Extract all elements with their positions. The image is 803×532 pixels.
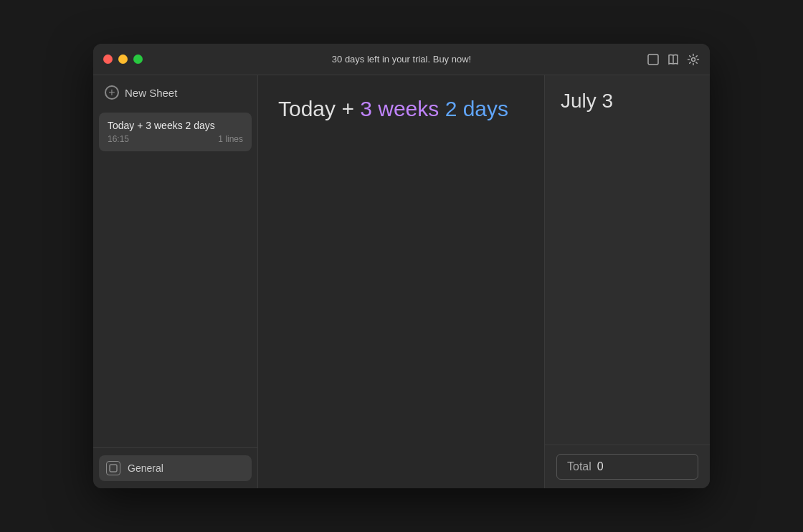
total-label: Total bbox=[567, 460, 591, 473]
expression-weeks: 3 weeks bbox=[360, 97, 439, 120]
group-item-general[interactable]: General bbox=[99, 455, 252, 481]
editor-content: Today + 3 weeks 2 days bbox=[278, 97, 524, 467]
book-icon[interactable] bbox=[667, 53, 680, 66]
sheet-list: Today + 3 weeks 2 days 16:15 1 lines bbox=[93, 110, 257, 447]
expression-text: Today + 3 weeks 2 days bbox=[278, 97, 524, 121]
square-icon[interactable] bbox=[647, 53, 660, 66]
svg-point-2 bbox=[692, 57, 695, 61]
svg-rect-0 bbox=[648, 54, 658, 65]
result-date: July 3 bbox=[561, 90, 694, 113]
maximize-button[interactable] bbox=[133, 54, 143, 64]
new-sheet-label: New Sheet bbox=[125, 87, 177, 99]
group-label: General bbox=[128, 462, 163, 474]
editor-panel[interactable]: Today + 3 weeks 2 days bbox=[258, 75, 545, 488]
close-button[interactable] bbox=[103, 54, 113, 64]
total-box: Total 0 bbox=[556, 454, 698, 480]
plus-circle-icon: + bbox=[105, 85, 119, 100]
group-icon bbox=[106, 461, 120, 475]
expression-days: 2 days bbox=[445, 97, 508, 120]
main-content: + New Sheet Today + 3 weeks 2 days 16:15… bbox=[93, 75, 710, 488]
svg-rect-3 bbox=[110, 465, 117, 472]
title-bar: 30 days left in your trial. Buy now! bbox=[93, 44, 710, 75]
total-value: 0 bbox=[597, 460, 604, 473]
sheet-item-time: 16:15 bbox=[108, 134, 129, 144]
result-panel: July 3 Total 0 bbox=[545, 75, 710, 488]
gear-icon[interactable] bbox=[687, 53, 700, 66]
sheet-item-meta: 16:15 1 lines bbox=[108, 134, 243, 144]
minimize-button[interactable] bbox=[118, 54, 128, 64]
trial-text: 30 days left in your trial. Buy now! bbox=[332, 54, 471, 65]
sheet-item-title: Today + 3 weeks 2 days bbox=[108, 120, 243, 131]
expression-prefix: Today + bbox=[278, 97, 360, 120]
sheet-item[interactable]: Today + 3 weeks 2 days 16:15 1 lines bbox=[99, 113, 252, 151]
expression-separator bbox=[439, 97, 445, 120]
result-content: July 3 bbox=[545, 75, 710, 445]
new-sheet-button[interactable]: + New Sheet bbox=[93, 75, 257, 110]
sheet-item-lines: 1 lines bbox=[218, 134, 243, 144]
sidebar-footer: General bbox=[93, 447, 257, 488]
title-bar-actions bbox=[647, 53, 700, 66]
traffic-lights bbox=[103, 54, 143, 64]
result-footer: Total 0 bbox=[545, 445, 710, 488]
app-window: 30 days left in your trial. Buy now! + bbox=[93, 44, 710, 488]
sidebar: + New Sheet Today + 3 weeks 2 days 16:15… bbox=[93, 75, 258, 488]
